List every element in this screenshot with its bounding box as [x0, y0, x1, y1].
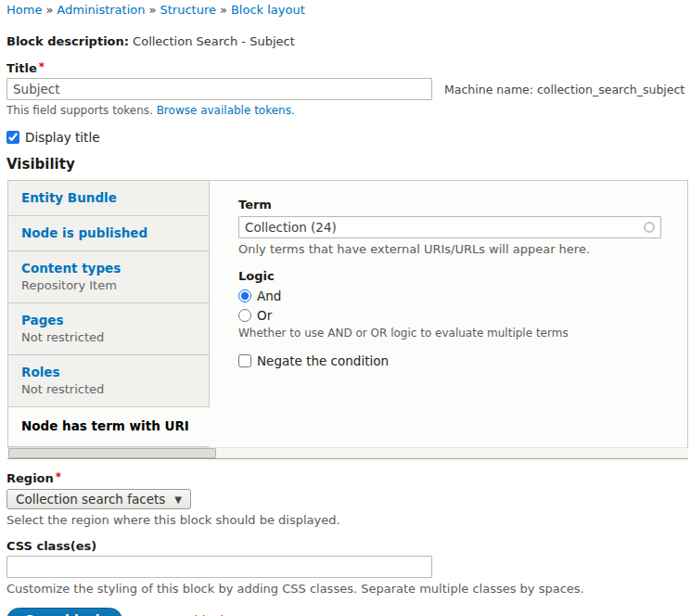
- autocomplete-idle-icon: [644, 222, 655, 233]
- tab-title: Node has term with URI: [21, 418, 196, 434]
- tab-title: Content types: [21, 261, 196, 276]
- block-configure-page: Home»Administration»Structure»Block layo…: [0, 0, 691, 616]
- breadcrumb-link-structure[interactable]: Structure: [160, 3, 215, 17]
- region-select-value: Collection search facets: [16, 492, 165, 507]
- breadcrumb-link-home[interactable]: Home: [6, 3, 42, 17]
- tab-summary: Repository Item: [21, 278, 196, 293]
- tab-title: Entity Bundle: [21, 190, 196, 206]
- visibility-tab-list: Entity Bundle Node is published Content …: [7, 180, 210, 447]
- title-input[interactable]: [6, 78, 432, 100]
- logic-or-row: Or: [238, 308, 661, 323]
- block-description-label: Block description:: [6, 34, 129, 48]
- css-classes-label: CSS class(es): [6, 539, 691, 554]
- tab-roles[interactable]: Roles Not restricted: [8, 355, 210, 407]
- remove-block-link[interactable]: Remove block: [139, 613, 227, 616]
- form-actions: Save block Remove block: [6, 608, 691, 616]
- machine-name: Machine name: collection_search_subject: [444, 83, 685, 96]
- tab-pages[interactable]: Pages Not restricted: [8, 303, 210, 355]
- term-label: Term: [238, 198, 661, 212]
- browse-tokens-link[interactable]: Browse available tokens.: [157, 104, 295, 117]
- negate-condition-checkbox[interactable]: [238, 354, 251, 367]
- logic-or-radio[interactable]: [238, 309, 251, 322]
- display-title-label[interactable]: Display title: [25, 130, 99, 145]
- tab-node-has-term-with-uri[interactable]: Node has term with URI: [8, 407, 210, 447]
- display-title-checkbox[interactable]: [6, 131, 19, 144]
- negate-condition-row: Negate the condition: [238, 353, 661, 368]
- node-has-term-with-uri-pane: Term Only terms that have external URIs/…: [210, 180, 688, 447]
- logic-and-row: And: [238, 289, 661, 303]
- tab-title: Roles: [21, 365, 196, 380]
- breadcrumb: Home»Administration»Structure»Block layo…: [6, 3, 691, 18]
- breadcrumb-separator: »: [45, 3, 53, 17]
- block-description-value: Collection Search - Subject: [133, 34, 295, 48]
- title-field-description: This field supports tokens. Browse avail…: [6, 104, 691, 118]
- negate-condition-label[interactable]: Negate the condition: [257, 353, 389, 368]
- region-select[interactable]: Collection search facets ▼: [6, 489, 191, 509]
- tab-content-types[interactable]: Content types Repository Item: [8, 251, 210, 303]
- breadcrumb-separator: »: [220, 3, 227, 17]
- breadcrumb-link-administration[interactable]: Administration: [57, 3, 145, 17]
- display-title-row: Display title: [6, 130, 691, 145]
- logic-and-label[interactable]: And: [257, 289, 281, 303]
- term-autocomplete-input[interactable]: [238, 216, 661, 238]
- breadcrumb-link-block-layout[interactable]: Block layout: [231, 3, 305, 17]
- tab-summary: Not restricted: [21, 382, 196, 397]
- logic-and-radio[interactable]: [238, 289, 251, 302]
- visibility-vertical-tabs: Entity Bundle Node is published Content …: [7, 180, 688, 459]
- tab-title: Node is published: [21, 225, 196, 241]
- horizontal-scrollbar[interactable]: [7, 447, 688, 458]
- save-block-button[interactable]: Save block: [6, 608, 122, 616]
- logic-label: Logic: [238, 269, 661, 284]
- block-description: Block description: Collection Search - S…: [6, 34, 691, 49]
- tab-summary: Not restricted: [21, 330, 196, 345]
- title-field-label: Title*: [6, 59, 691, 76]
- css-classes-description: Customize the styling of this block by a…: [6, 582, 691, 596]
- horizontal-scrollbar-thumb[interactable]: [8, 448, 216, 458]
- term-description: Only terms that have external URIs/URLs …: [238, 242, 661, 256]
- region-field-label: Region*: [6, 469, 691, 486]
- breadcrumb-separator: »: [149, 3, 157, 17]
- chevron-down-icon: ▼: [174, 494, 182, 505]
- logic-or-label[interactable]: Or: [257, 308, 272, 323]
- required-marker: *: [39, 60, 45, 73]
- tab-entity-bundle[interactable]: Entity Bundle: [8, 181, 210, 216]
- required-marker: *: [56, 470, 61, 483]
- tab-node-is-published[interactable]: Node is published: [8, 216, 210, 251]
- tab-title: Pages: [21, 313, 196, 328]
- logic-description: Whether to use AND or OR logic to evalua…: [238, 327, 661, 340]
- region-field-description: Select the region where this block shoul…: [6, 513, 691, 527]
- css-classes-input[interactable]: [6, 556, 432, 578]
- visibility-heading: Visibility: [6, 156, 691, 173]
